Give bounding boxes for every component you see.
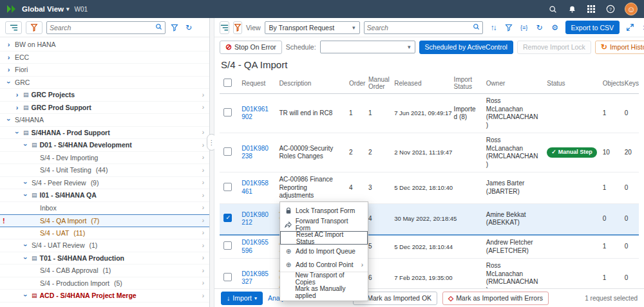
row-checkbox[interactable] <box>223 273 232 281</box>
sidebar-tree-item[interactable]: › ▤ GRC Projects › <box>0 89 209 102</box>
sidebar-tree-item[interactable]: › S/4 - Peer Review (9) › <box>0 177 209 190</box>
request-link[interactable]: D01K955596 <box>242 239 269 254</box>
column-header-released[interactable]: Released <box>390 74 450 94</box>
drilldown-chevron-icon[interactable]: › <box>202 254 204 261</box>
sidebar-tree-item[interactable]: S/4 - CAB Approval (1) › <box>0 265 209 277</box>
request-link[interactable]: D01K980238 <box>242 145 269 160</box>
view-select[interactable]: By Transport Request ▾ <box>265 21 360 34</box>
context-menu-item[interactable]: ⊕ Add to Control Point › <box>280 258 368 272</box>
panel-splitter[interactable]: ⋮ <box>210 18 214 307</box>
gear-icon[interactable]: ⚙ <box>550 22 560 33</box>
enter-fullscreen-icon[interactable] <box>625 22 635 33</box>
stop-on-error-button[interactable]: ⊘ Stop On Error <box>220 41 282 54</box>
scheduled-by-activecontrol-button[interactable]: Scheduled by ActiveControl <box>419 41 513 54</box>
column-header-import-status[interactable]: Import Status <box>450 74 482 94</box>
request-link[interactable]: D01K958461 <box>242 180 269 195</box>
context-menu-item[interactable]: Forward Transport Form <box>280 218 368 231</box>
row-checkbox[interactable] <box>223 108 232 116</box>
help-icon[interactable]: ? <box>605 4 616 14</box>
mark-as-imported-with-errors-button[interactable]: ◇ Mark as Imported with Errors <box>442 292 549 305</box>
context-menu-item[interactable]: Mark as Manually applied <box>280 285 368 299</box>
search-icon[interactable] <box>155 23 162 32</box>
user-avatar[interactable]: ☺ <box>625 3 638 15</box>
sidebar-tree-item[interactable]: ! S/4 - QA Import (7) › <box>0 214 209 227</box>
context-menu-item[interactable]: Reset AC Import Status <box>280 231 368 245</box>
drilldown-chevron-icon[interactable]: › <box>202 167 204 174</box>
drilldown-chevron-icon[interactable]: › <box>202 279 204 286</box>
request-link[interactable]: D01K980212 <box>242 211 269 227</box>
expand-chevron-icon[interactable]: › <box>22 192 30 199</box>
column-header-request[interactable]: Request <box>238 74 275 94</box>
app-grid-icon[interactable] <box>586 4 596 14</box>
expand-chevron-icon[interactable]: › <box>22 254 30 261</box>
expand-chevron-icon[interactable]: › <box>22 142 30 149</box>
group-settings-icon[interactable]: {≡} <box>519 22 529 33</box>
sort-icon[interactable]: ↑↓ <box>488 22 498 33</box>
column-header-objects[interactable]: Objects <box>599 74 621 94</box>
drilldown-chevron-icon[interactable]: › <box>202 267 204 274</box>
context-menu-item[interactable]: ⊕ Add to Import Queue <box>280 245 368 258</box>
expand-chevron-icon[interactable]: › <box>5 79 13 86</box>
drilldown-chevron-icon[interactable]: › <box>202 179 204 186</box>
schedule-select[interactable]: ▾ <box>320 41 415 53</box>
sidebar-tree-item[interactable]: Inbox › <box>0 202 209 215</box>
select-all-checkbox[interactable] <box>223 79 232 87</box>
flag-filter-toggle-button[interactable] <box>233 21 242 34</box>
import-history-button[interactable]: ↻ Import History <box>595 41 644 54</box>
sidebar-tree-item[interactable]: › ▤ S/4HANA - Prod Support › <box>0 127 209 140</box>
search-icon[interactable] <box>473 23 480 32</box>
tree-view-toggle-button[interactable] <box>5 21 22 34</box>
expand-chevron-icon[interactable]: › <box>5 66 12 73</box>
refresh-icon[interactable]: ↻ <box>535 22 545 33</box>
search-icon[interactable] <box>547 4 558 14</box>
expand-chevron-icon[interactable]: › <box>22 242 30 249</box>
column-header-manual-order[interactable]: Manual Order <box>365 74 390 94</box>
sidebar-tree-item[interactable]: › S/4HANA <box>0 114 209 127</box>
drilldown-chevron-icon[interactable]: › <box>202 204 204 211</box>
sidebar-search-input[interactable] <box>50 24 153 32</box>
sidebar-tree-item[interactable]: › ▤ I01 - S/4HANA QA › <box>0 189 209 202</box>
drilldown-chevron-icon[interactable]: › <box>202 229 204 236</box>
filter-icon[interactable] <box>504 22 514 33</box>
sidebar-tree-item[interactable]: › S/4 - UAT Review (1) › <box>0 239 209 252</box>
column-header-description[interactable]: Description <box>275 74 345 94</box>
sidebar-tree-item[interactable]: › ECC <box>0 51 209 64</box>
sidebar-tree-item[interactable]: › ▤ GRC Prod Support › <box>0 102 209 115</box>
table-row[interactable]: D01K958461 AC-00986 Finance Reporting ad… <box>220 172 639 204</box>
table-row[interactable]: D01K980238 AC-00009:Security Roles Chang… <box>220 133 639 172</box>
flag-filter-toggle-button[interactable] <box>26 21 43 34</box>
column-header-status[interactable]: Status <box>543 74 598 94</box>
sidebar-tree-item[interactable]: S/4 - Unit Testing (44) › <box>0 164 209 177</box>
main-search-input[interactable] <box>367 24 470 32</box>
refresh-icon[interactable]: ↻ <box>184 22 194 33</box>
filter-icon[interactable] <box>169 22 180 33</box>
drilldown-chevron-icon[interactable]: › <box>202 104 204 111</box>
export-csv-button[interactable]: Export to CSV <box>565 21 620 34</box>
drilldown-chevron-icon[interactable]: › <box>202 129 204 136</box>
sidebar-tree-item[interactable]: › BW on HANA <box>0 39 209 51</box>
sidebar-tree-item[interactable]: › ▤ T01 - S/4HANA Production › <box>0 252 209 265</box>
drilldown-chevron-icon[interactable]: › <box>202 142 204 149</box>
expand-chevron-icon[interactable]: › <box>5 41 12 48</box>
expand-chevron-icon[interactable]: › <box>14 129 21 136</box>
sidebar-tree-item[interactable]: S/4 - Production Import (5) › <box>0 277 209 290</box>
global-view-menu[interactable]: Global View ▾ <box>22 5 70 13</box>
sidebar-tree-item[interactable]: › ▤ D01 - S/4HANA Development › <box>0 139 209 152</box>
column-header-owner[interactable]: Owner <box>482 74 543 94</box>
row-checkbox[interactable] <box>223 147 232 156</box>
import-button[interactable]: ↓ Import ▾ <box>221 292 263 305</box>
context-menu-item[interactable]: Lock Transport Form <box>280 204 368 218</box>
notifications-bell-icon[interactable] <box>567 4 577 14</box>
drilldown-chevron-icon[interactable]: › <box>202 217 204 224</box>
row-checkbox[interactable] <box>223 214 232 222</box>
drilldown-chevron-icon[interactable]: › <box>202 192 204 199</box>
expand-chevron-icon[interactable]: › <box>22 179 30 186</box>
table-row[interactable]: D01K961902 TR will end in RC8 1 1 7 Jun … <box>220 94 639 133</box>
close-icon[interactable]: × <box>640 22 644 33</box>
drilldown-chevron-icon[interactable]: › <box>202 292 204 299</box>
request-link[interactable]: D01K985327 <box>242 270 269 286</box>
expand-chevron-icon[interactable]: › <box>5 53 12 61</box>
sidebar-tree-item[interactable]: › Fiori <box>0 64 209 77</box>
sidebar-tree-item[interactable]: S/4 - UAT (11) › <box>0 227 209 240</box>
row-checkbox[interactable] <box>223 183 232 191</box>
